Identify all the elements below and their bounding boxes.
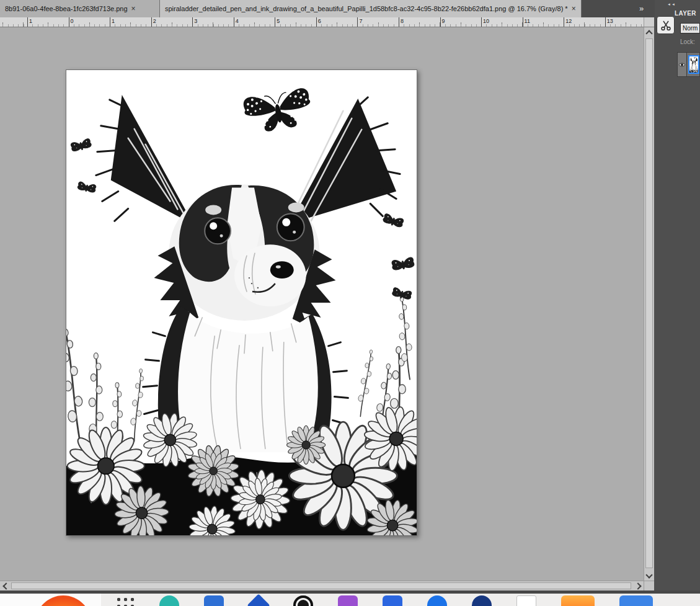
right-panel-dock: ◄◄ LAYER Norm Lock: (655, 0, 700, 590)
ruler-label: 8 (399, 17, 404, 27)
ruler-corner (644, 17, 654, 27)
document-tab-inactive[interactable]: 8b91-06a0-4fee-8bea-1fc263fd713e.png × (0, 0, 160, 17)
taskbar-left-segment (0, 594, 101, 606)
vertical-scrollbar-thumb[interactable] (645, 38, 653, 568)
ruler-label: 7 (357, 17, 362, 27)
ruler-label: 4 (234, 17, 239, 27)
taskbar-icon-dark-ring-app[interactable] (293, 595, 313, 606)
horizontal-scrollbar[interactable] (0, 581, 644, 590)
taskbar-icon-blue-circle-app[interactable] (427, 595, 447, 606)
ruler-label: 12 (564, 17, 572, 27)
document-tab-bar: 8b91-06a0-4fee-8bea-1fc263fd713e.png × s… (0, 0, 655, 17)
tab-close-icon[interactable]: × (131, 4, 136, 13)
chevron-down-icon (645, 571, 652, 578)
photoshop-window: 8b91-06a0-4fee-8bea-1fc263fd713e.png × s… (0, 0, 700, 606)
windows-taskbar (0, 594, 700, 606)
tab-close-icon[interactable]: × (572, 4, 576, 13)
ruler-label: 2 (151, 17, 156, 27)
taskbar-icon-teal-circle-app[interactable] (159, 595, 179, 606)
blend-mode-select[interactable]: Norm (680, 23, 700, 33)
taskbar-icon-blue-diamond-app[interactable] (247, 594, 270, 606)
chevron-left-icon (2, 582, 9, 589)
taskbar-icons (115, 595, 653, 606)
horizontal-scrollbar-thumb[interactable] (11, 582, 631, 589)
scroll-left-button[interactable] (0, 581, 10, 591)
ruler-label: 1 (110, 17, 115, 27)
tab-label: 8b91-06a0-4fee-8bea-1fc263fd713e.png (5, 5, 128, 12)
collapsed-panel-button[interactable] (657, 16, 675, 34)
document-canvas[interactable] (66, 69, 417, 536)
eye-icon (678, 62, 686, 68)
layers-panel-title: LAYER (675, 10, 696, 17)
taskbar-icon-white-card-app[interactable] (516, 595, 536, 606)
layer-thumbnail[interactable] (688, 55, 699, 74)
chevron-up-icon (645, 30, 652, 37)
tab-overflow-icon[interactable]: » (639, 3, 644, 14)
ruler-label: 3 (192, 17, 197, 27)
scrollbar-corner (644, 581, 654, 590)
vertical-scrollbar[interactable] (644, 27, 654, 581)
document-tab-active[interactable]: spiraladder_detailed_pen_and_ink_drawing… (160, 0, 582, 17)
papillon-artwork (66, 70, 417, 535)
scroll-right-button[interactable] (634, 581, 644, 591)
taskbar-icon-blue-square2-app[interactable] (383, 595, 402, 606)
ruler-label: 11 (523, 17, 530, 27)
layer-visibility-toggle[interactable] (678, 53, 687, 76)
taskbar-icon-blue-square-app[interactable] (204, 595, 224, 606)
canvas-workspace[interactable] (0, 27, 644, 581)
taskbar-logo-flame-icon[interactable] (35, 595, 91, 606)
lock-label: Lock: (680, 38, 695, 45)
taskbar-icon-grid-app[interactable] (115, 595, 135, 606)
taskbar-icon-blue-wide-app[interactable] (619, 595, 653, 606)
ruler-label: 13 (605, 17, 613, 27)
scroll-down-button[interactable] (644, 571, 654, 581)
layer-row[interactable] (677, 52, 700, 77)
ruler-label: 10 (481, 17, 489, 27)
scissors-icon (660, 20, 671, 31)
dock-collapse-button[interactable]: ◄◄ (667, 2, 676, 6)
ruler-label: 5 (275, 17, 280, 27)
ruler[interactable]: 1012345678910111213 (0, 17, 644, 27)
taskbar-icon-orange-square-app[interactable] (561, 595, 595, 606)
layer-thumbnail-image (689, 56, 698, 73)
ruler-label: 1 (27, 17, 32, 27)
chevron-right-icon (634, 582, 641, 589)
taskbar-icon-navy-circle-app[interactable] (472, 595, 492, 606)
ruler-label: 9 (440, 17, 445, 27)
tab-label: spiraladder_detailed_pen_and_ink_drawing… (165, 5, 568, 12)
taskbar-icon-purple-square-app[interactable] (338, 595, 358, 606)
scroll-up-button[interactable] (644, 27, 654, 37)
ruler-label: 0 (69, 17, 74, 27)
ruler-label: 6 (316, 17, 321, 27)
